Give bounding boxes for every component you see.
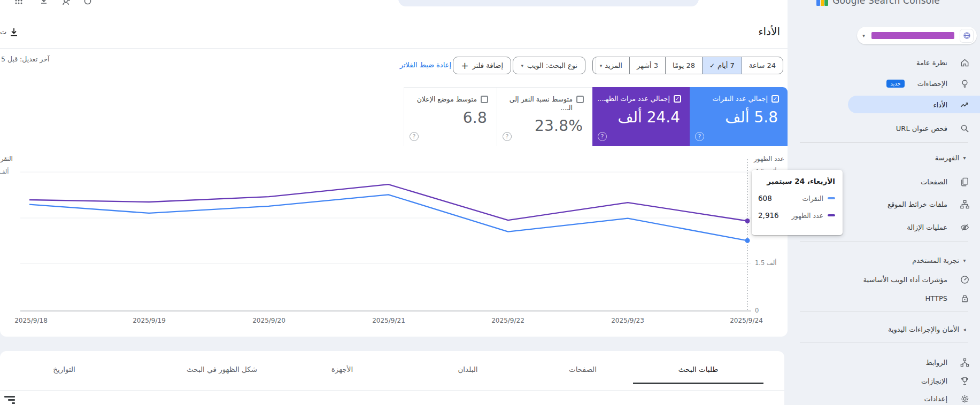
search-type-button[interactable]: نوع البحث: الويب ▾ [513,57,585,74]
apps-grid-icon[interactable] [13,0,23,6]
metric-cards: ✓إجمالي عدد النقرات 5.8 ألف ? ✓إجمالي عد… [404,87,788,146]
sidebar-divider [800,342,968,342]
help-icon[interactable] [83,0,91,6]
help-circle-icon[interactable]: ? [598,132,607,141]
performance-main-card: الأداء ت آخر تعديل: قبل 5 24 ساعة 7 أيام… [0,0,788,337]
sidebar-item-overview[interactable]: نظرة عامة [800,53,980,72]
last-updated-text: آخر تعديل: قبل 5 [1,55,49,63]
sidebar-section-experience[interactable]: ▾ تجربة المستخدم [800,251,980,269]
date-range-7d[interactable]: 7 أيام✓ [702,57,742,74]
export-label-cut: ت [0,28,6,36]
sidebar-item-https[interactable]: HTTPS [800,289,980,307]
tab-countries[interactable]: البلدان [458,365,477,373]
sidebar-divider [800,142,968,143]
chevron-down-icon: ▾ [600,63,603,68]
filter-list-icon[interactable] [4,396,15,405]
sidebar-item-url-inspection[interactable]: فحص عنوان URL [800,119,980,137]
sidebar-section-security[interactable]: ◂ الأمان والإجراءات اليدوية [800,320,980,338]
checkbox-checked-icon[interactable]: ✓ [771,95,779,103]
export-top-icon[interactable] [38,0,48,6]
checkbox-empty-icon[interactable]: ✓ [576,96,584,103]
tab-pages[interactable]: الصفحات [569,365,597,373]
property-selector[interactable]: ▾ [857,27,977,44]
gauge-icon [959,274,970,285]
global-search-input[interactable] [398,0,699,6]
tab-devices[interactable]: الأجهزة [331,365,353,373]
eye-off-icon [959,222,970,232]
home-icon [959,57,970,68]
gsc-logo[interactable]: Google Search Console [816,0,940,7]
metric-value: 23.8% [497,117,584,135]
chevron-down-icon: ▾ [959,155,970,161]
sidebar-item-performance[interactable]: الأداء [800,96,980,114]
links-icon [959,357,970,368]
metric-card-clicks[interactable]: ✓إجمالي عدد النقرات 5.8 ألف ? [690,87,788,146]
impressions-legend-dash [828,214,835,216]
dimensions-table-card: طلبات البحث الصفحات البلدان الأجهزة شكل … [0,351,784,405]
x-axis-label: 2025/9/24 [730,317,763,324]
sidebar-item-achievements[interactable]: الإنجازات [800,372,980,390]
chart-line-1 [29,184,747,221]
tooltip-date: الأربعاء، 24 سبتمبر [758,177,835,185]
chevron-down-icon: ▾ [521,63,523,68]
x-axis-label: 2025/9/21 [372,317,405,324]
chevron-down-icon: ▾ [959,258,970,263]
sidebar-item-insights[interactable]: الإحصاءات جديد [800,74,980,92]
tabs-divider [0,390,784,391]
chevron-down-icon: ▾ [862,33,865,38]
sidebar-section-indexing[interactable]: ▾ الفهرسة [800,149,980,167]
clicks-legend-dash [828,197,835,199]
chart-tooltip: الأربعاء، 24 سبتمبر النقرات 608 عدد الظه… [752,170,843,235]
x-axis-label: 2025/9/18 [14,317,48,324]
metric-value: 6.8 [404,109,488,127]
google-search-console-app: الأداء ت آخر تعديل: قبل 5 24 ساعة 7 أيام… [0,0,980,405]
add-filter-button[interactable]: إضافة فلتر + [453,57,511,74]
trend-icon [959,99,970,110]
tab-search-appearance[interactable]: شكل الظهور في البحث [187,365,257,373]
lock-icon [959,293,970,303]
add-user-icon[interactable] [60,0,71,6]
tab-queries[interactable]: طلبات البحث [678,365,718,373]
checkbox-checked-icon[interactable]: ✓ [674,95,681,103]
sidebar-divider [800,242,968,242]
help-circle-icon[interactable]: ? [410,132,419,141]
filter-divider [596,58,596,73]
help-circle-icon[interactable]: ? [503,132,512,141]
lightbulb-icon [959,78,970,89]
date-range-28d[interactable]: 28 يومًا [665,57,702,74]
sidebar-divider [800,311,968,311]
x-axis-label: 2025/9/19 [133,317,166,324]
date-range-more[interactable]: المزيد▾ [593,57,629,74]
download-icon[interactable] [9,27,19,37]
search-icon [959,123,970,134]
performance-chart[interactable] [0,150,788,331]
sidebar-item-settings[interactable]: إعدادات [800,390,980,405]
gsc-logo-icon [816,0,828,6]
metric-card-impressions[interactable]: ✓إجمالي عدد مرات الظهـ... 24.4 ألف ? [592,87,690,146]
metric-card-position[interactable]: ✓متوسط موضع الإعلان 6.8 ? [404,87,497,146]
trophy-icon [959,376,970,386]
date-range-group: 24 ساعة 7 أيام✓ 28 يومًا 3 أشهر المزيد▾ [592,57,783,74]
metric-value: 5.8 ألف [690,108,779,126]
plus-icon: + [461,60,468,71]
help-circle-icon[interactable]: ? [695,132,704,141]
sidebar-item-links[interactable]: الروابط [800,353,980,371]
x-axis-label: 2025/9/23 [611,317,644,324]
sidebar-item-core-web-vitals[interactable]: مؤشرات أداء الويب الأساسية [800,270,980,289]
gsc-logo-text: Google Search Console [832,0,940,6]
check-icon: ✓ [709,62,715,69]
new-badge: جديد [886,80,904,88]
metric-card-ctr[interactable]: ✓متوسط نسبة النقر إلى الـ... 23.8% ? [497,87,592,146]
chart-dot-0 [745,238,750,243]
checkbox-empty-icon[interactable]: ✓ [481,96,488,103]
globe-icon [960,29,974,43]
property-name-redacted [871,32,954,39]
tooltip-row-impressions: عدد الظهور 2,916 [758,211,835,220]
header-divider [0,48,788,49]
chevron-left-icon: ◂ [959,326,970,332]
date-range-3m[interactable]: 3 أشهر [629,57,665,74]
reset-filters-link[interactable]: إعادة ضبط الفلاتر [400,61,451,69]
date-range-24h[interactable]: 24 ساعة [742,57,783,74]
tab-dates[interactable]: التواريخ [53,365,75,373]
x-axis-label: 2025/9/20 [252,317,285,324]
